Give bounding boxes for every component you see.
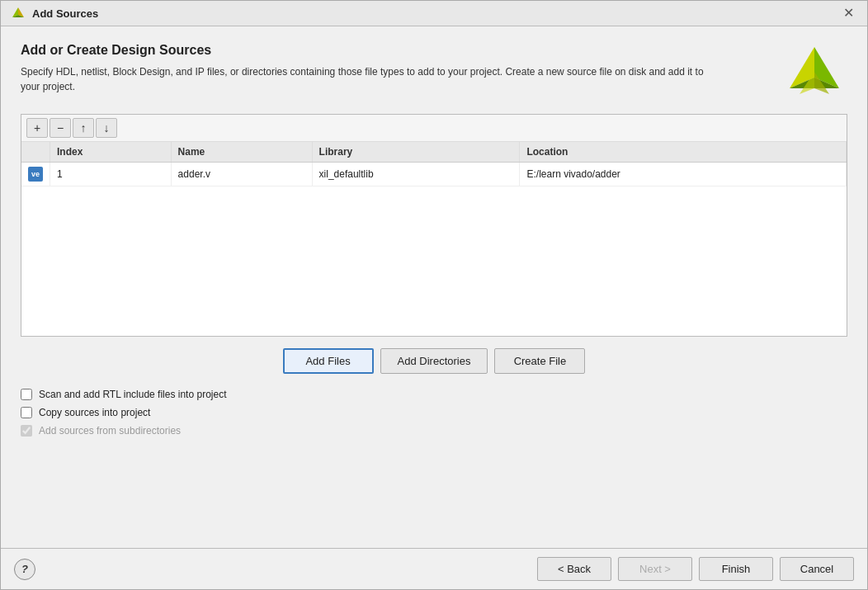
library-cell: xil_defaultlib [312,163,520,186]
next-button[interactable]: Next > [618,557,692,581]
main-content: Add or Create Design Sources Specify HDL… [1,26,867,548]
table-row[interactable]: ve 1 adder.v xil_defaultlib E:/learn viv… [21,163,847,186]
vivado-logo-icon [781,43,847,101]
add-directories-button[interactable]: Add Directories [380,348,488,374]
add-subdirs-option: Add sources from subdirectories [21,425,847,437]
table-header-row: Index Name Library Location [21,142,847,163]
footer-right: < Back Next > Finish Cancel [537,557,854,581]
file-panel: + − ↑ ↓ Index [21,114,847,337]
scan-rtl-option[interactable]: Scan and add RTL include files into proj… [21,389,847,400]
file-table-container: Index Name Library Location ve 1 add [21,142,847,336]
add-subdirs-label: Add sources from subdirectories [39,425,181,437]
title-bar: Add Sources ✕ [1,1,867,26]
footer: ? < Back Next > Finish Cancel [1,548,867,589]
add-icon: + [34,121,40,135]
add-subdirs-checkbox [21,425,32,437]
help-button[interactable]: ? [14,559,35,580]
window-title: Add Sources [32,7,98,20]
up-arrow-icon: ↑ [81,121,87,135]
app-logo-icon [11,6,26,21]
name-cell: adder.v [171,163,312,186]
file-toolbar: + − ↑ ↓ [21,115,847,142]
file-type-cell: ve [21,163,50,186]
scan-rtl-checkbox[interactable] [21,389,32,400]
down-arrow-icon: ↓ [104,121,110,135]
create-file-button[interactable]: Create File [494,348,585,374]
file-table: Index Name Library Location ve 1 add [21,142,847,186]
move-down-toolbar-button[interactable]: ↓ [96,118,117,138]
action-buttons-row: Add Files Add Directories Create File [21,348,847,374]
col-header-location: Location [520,142,847,163]
add-sources-dialog: Add Sources ✕ Add or Create Design Sourc… [0,0,868,590]
location-cell: E:/learn vivado/adder [520,163,847,186]
header-text: Add or Create Design Sources Specify HDL… [21,43,768,94]
title-bar-left: Add Sources [11,6,98,21]
footer-left: ? [14,559,35,580]
verilog-icon: ve [28,167,43,182]
finish-button[interactable]: Finish [699,557,773,581]
col-header-library: Library [312,142,520,163]
back-button[interactable]: < Back [537,557,611,581]
move-up-toolbar-button[interactable]: ↑ [73,118,94,138]
close-button[interactable]: ✕ [840,7,857,20]
add-file-toolbar-button[interactable]: + [26,118,48,138]
header-row: Add or Create Design Sources Specify HDL… [21,43,847,101]
copy-sources-label: Copy sources into project [39,407,150,418]
index-cell: 1 [50,163,172,186]
page-description: Specify HDL, netlist, Block Design, and … [21,64,722,94]
remove-icon: − [57,121,64,135]
col-header-index: Index [50,142,172,163]
scan-rtl-label: Scan and add RTL include files into proj… [39,389,226,400]
col-header-name: Name [171,142,312,163]
cancel-button[interactable]: Cancel [780,557,854,581]
options-section: Scan and add RTL include files into proj… [21,385,847,440]
copy-sources-checkbox[interactable] [21,407,32,418]
remove-file-toolbar-button[interactable]: − [50,118,71,138]
col-header-icon [21,142,50,163]
add-files-button[interactable]: Add Files [283,348,374,374]
copy-sources-option[interactable]: Copy sources into project [21,407,847,418]
page-title: Add or Create Design Sources [21,43,768,58]
